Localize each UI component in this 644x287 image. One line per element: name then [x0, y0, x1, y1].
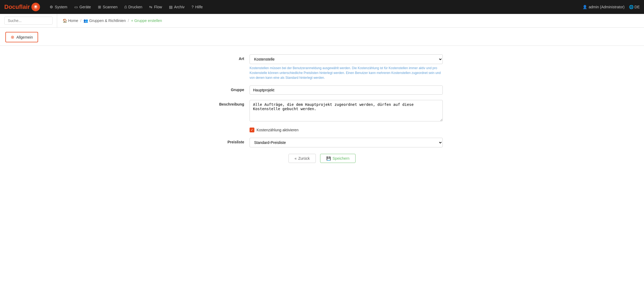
save-icon: 💾	[326, 156, 331, 161]
gruppe-label: Gruppe	[201, 85, 250, 92]
user-name: admin (Administrator)	[589, 5, 625, 9]
geraete-icon: ▭	[74, 5, 78, 9]
nav-menu: ⚙ System ▭ Geräte ⊞ Scannen ⎙ Drucken ⇆ …	[46, 3, 582, 11]
nav-item-geraete[interactable]: ▭ Geräte	[71, 3, 94, 11]
btn-row: « Zurück 💾 Speichern	[201, 154, 443, 163]
scannen-icon: ⊞	[98, 5, 101, 9]
beschreibung-label: Beschreibung	[201, 100, 250, 106]
nav-item-archiv-label: Archiv	[174, 5, 185, 9]
navbar: Docuflair ⚙ System ▭ Geräte ⊞ Scannen ⎙ …	[0, 0, 644, 14]
tab-allgemein-icon: ⊗	[11, 35, 14, 40]
language-label: DE	[635, 5, 640, 9]
drucken-icon: ⎙	[125, 5, 127, 9]
beschreibung-field: Alle Aufträge, die dem Hauptprojekt zuge…	[250, 100, 443, 122]
tab-allgemein-label: Allgemein	[16, 35, 33, 39]
flow-icon: ⇆	[149, 5, 152, 9]
brand-name-part1: Docu	[4, 3, 19, 10]
nav-item-system-label: System	[55, 5, 67, 9]
kostenzaehlung-checkbox-wrapper[interactable]: ✓ Kostenzählung aktivieren	[250, 128, 298, 132]
save-label: Speichern	[332, 156, 349, 161]
nav-item-scannen-label: Scannen	[103, 5, 118, 9]
tab-allgemein[interactable]: ⊗ Allgemein	[5, 32, 38, 42]
nav-item-geraete-label: Geräte	[79, 5, 91, 9]
brand-icon	[31, 3, 40, 11]
art-hint: Kostenstellen müssen bei der Benutzeranm…	[250, 66, 443, 80]
breadcrumb-current-label: + Gruppe erstellen	[131, 18, 162, 23]
groups-icon: 👥	[83, 18, 88, 23]
home-icon: 🏠	[63, 18, 67, 23]
form-container: Art Kostenstelle Abteilung Projekt Koste…	[201, 54, 443, 163]
art-label: Art	[201, 54, 250, 61]
breadcrumb-current: + Gruppe erstellen	[131, 18, 162, 23]
breadcrumb-home: 🏠 Home	[63, 18, 78, 23]
kostenzaehlung-checkbox[interactable]: ✓	[250, 128, 254, 132]
brand-logo-link[interactable]: Docuflair	[4, 3, 40, 11]
form-row-preisliste: Preisliste Standard-Preisliste	[201, 138, 443, 147]
nav-item-drucken[interactable]: ⎙ Drucken	[121, 3, 145, 11]
preisliste-select[interactable]: Standard-Preisliste	[250, 138, 443, 147]
breadcrumb-home-label[interactable]: Home	[68, 18, 78, 23]
breadcrumb-sep1: /	[80, 18, 81, 23]
kostenzaehlung-row: ✓ Kostenzählung aktivieren	[201, 128, 443, 132]
breadcrumb: 🏠 Home / 👥 Gruppen & Richtlinien / + Gru…	[57, 15, 644, 26]
form-row-art: Art Kostenstelle Abteilung Projekt Koste…	[201, 54, 443, 80]
globe-icon: 🌐	[629, 5, 634, 9]
back-icon: «	[295, 156, 297, 161]
breadcrumb-groups: 👥 Gruppen & Richtlinien	[83, 18, 126, 23]
breadcrumb-groups-label[interactable]: Gruppen & Richtlinien	[89, 18, 126, 23]
search-input[interactable]	[4, 17, 53, 25]
hilfe-icon: ?	[192, 5, 194, 9]
nav-item-hilfe[interactable]: ? Hilfe	[188, 3, 206, 11]
art-select[interactable]: Kostenstelle Abteilung Projekt	[250, 54, 443, 64]
form-row-beschreibung: Beschreibung Alle Aufträge, die dem Haup…	[201, 100, 443, 122]
preisliste-label: Preisliste	[201, 138, 250, 144]
save-button[interactable]: 💾 Speichern	[320, 154, 356, 163]
gruppe-input[interactable]	[250, 85, 443, 95]
nav-item-scannen[interactable]: ⊞ Scannen	[95, 3, 121, 11]
form-section: Art Kostenstelle Abteilung Projekt Koste…	[0, 46, 644, 172]
language-selector[interactable]: 🌐 DE	[629, 5, 640, 9]
nav-item-hilfe-label: Hilfe	[195, 5, 203, 9]
beschreibung-textarea[interactable]: Alle Aufträge, die dem Hauptprojekt zuge…	[250, 100, 443, 121]
back-label: Zurück	[298, 156, 310, 161]
search-breadcrumb-bar: 🏠 Home / 👥 Gruppen & Richtlinien / + Gru…	[0, 14, 644, 28]
navbar-right: 👤 admin (Administrator) 🌐 DE	[583, 5, 640, 9]
tab-section: ⊗ Allgemein	[0, 28, 644, 42]
nav-item-drucken-label: Drucken	[128, 5, 142, 9]
breadcrumb-sep2: /	[128, 18, 129, 23]
brand-name-part2: flair	[19, 3, 30, 10]
nav-item-flow[interactable]: ⇆ Flow	[146, 3, 165, 11]
user-icon: 👤	[583, 5, 587, 9]
nav-item-flow-label: Flow	[154, 5, 162, 9]
kostenzaehlung-label: Kostenzählung aktivieren	[257, 128, 298, 132]
user-menu[interactable]: 👤 admin (Administrator)	[583, 5, 625, 9]
search-area	[0, 14, 57, 27]
system-icon: ⚙	[50, 5, 53, 9]
brand-name: Docuflair	[4, 3, 30, 10]
preisliste-field: Standard-Preisliste	[250, 138, 443, 147]
nav-item-archiv[interactable]: ▤ Archiv	[166, 3, 188, 11]
back-button[interactable]: « Zurück	[288, 154, 316, 163]
gruppe-field	[250, 85, 443, 95]
nav-item-system[interactable]: ⚙ System	[46, 3, 71, 11]
archiv-icon: ▤	[169, 5, 173, 9]
form-row-gruppe: Gruppe	[201, 85, 443, 95]
art-field: Kostenstelle Abteilung Projekt Kostenste…	[250, 54, 443, 80]
